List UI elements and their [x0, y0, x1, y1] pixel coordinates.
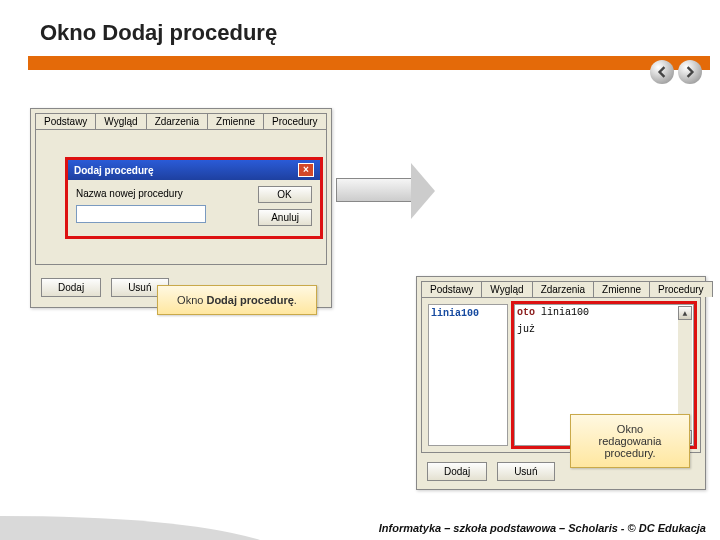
tab-podstawy[interactable]: Podstawy	[35, 113, 96, 129]
remove-button-r[interactable]: Usuń	[497, 462, 554, 481]
tab-zdarzenia-r[interactable]: Zdarzenia	[532, 281, 594, 297]
list-item[interactable]: linia100	[431, 308, 479, 319]
tab-wyglad-r[interactable]: Wygląd	[481, 281, 532, 297]
dialog-title-text: Dodaj procedurę	[74, 165, 153, 176]
tab-procedury[interactable]: Procedury	[263, 113, 327, 129]
page-title: Okno Dodaj procedurę	[40, 20, 277, 46]
next-slide-button[interactable]	[678, 60, 702, 84]
add-button[interactable]: Dodaj	[41, 278, 101, 297]
tab-podstawy-r[interactable]: Podstawy	[421, 281, 482, 297]
add-procedure-dialog: Dodaj procedurę × Nazwa nowej procedury …	[66, 158, 322, 238]
arrow-right	[336, 178, 414, 202]
code-line: oto linia100	[517, 307, 691, 318]
tab-zmienne-r[interactable]: Zmienne	[593, 281, 650, 297]
tab-wyglad[interactable]: Wygląd	[95, 113, 146, 129]
slide-nav	[650, 60, 702, 84]
close-icon[interactable]: ×	[298, 163, 314, 177]
header-accent-bar	[28, 56, 710, 70]
tab-zmienne[interactable]: Zmienne	[207, 113, 264, 129]
dialog-titlebar: Dodaj procedurę ×	[68, 160, 320, 180]
code-line: już	[517, 324, 691, 335]
scroll-up-button[interactable]: ▲	[678, 306, 692, 320]
callout-right-l1: Okno redagowania	[585, 423, 675, 447]
footer-decoration	[0, 512, 260, 540]
ok-button[interactable]: OK	[258, 186, 312, 203]
tab-bar: Podstawy Wygląd Zdarzenia Zmienne Proced…	[31, 109, 331, 129]
tab-procedury-r[interactable]: Procedury	[649, 281, 713, 297]
tab-zdarzenia[interactable]: Zdarzenia	[146, 113, 208, 129]
footer-text: Informatyka – szkoła podstawowa – Schola…	[379, 522, 706, 534]
tab-bar-right: Podstawy Wygląd Zdarzenia Zmienne Proced…	[417, 277, 705, 297]
callout-right-l2: procedury.	[585, 447, 675, 459]
cancel-button[interactable]: Anuluj	[258, 209, 312, 226]
callout-left: Okno Dodaj procedurę.	[157, 285, 317, 315]
callout-right: Okno redagowania procedury.	[570, 414, 690, 468]
procedure-list[interactable]: linia100	[428, 304, 508, 446]
add-button-r[interactable]: Dodaj	[427, 462, 487, 481]
callout-left-prefix: Okno	[177, 294, 206, 306]
prev-slide-button[interactable]	[650, 60, 674, 84]
callout-left-strong: Dodaj procedurę	[206, 294, 293, 306]
procedure-name-input[interactable]	[76, 205, 206, 223]
